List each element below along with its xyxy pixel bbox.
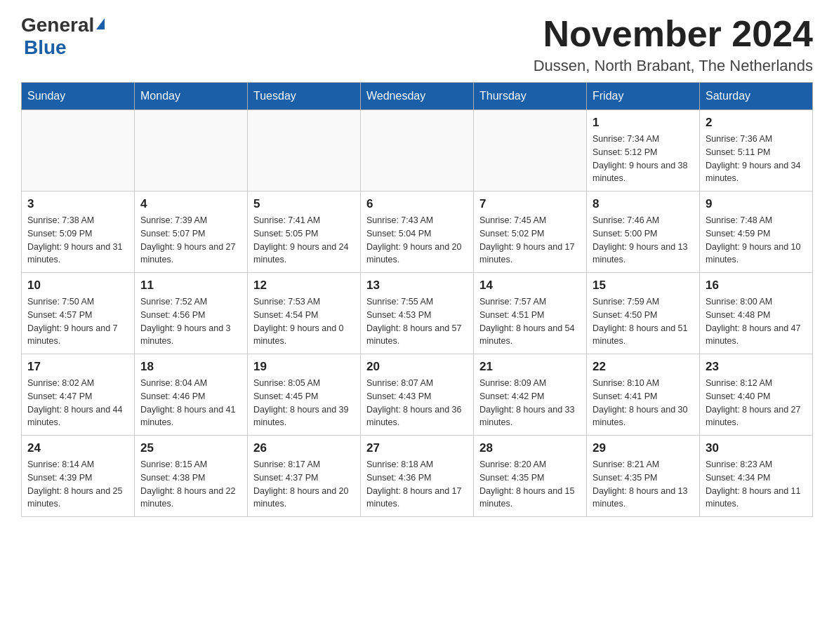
day-info: Sunrise: 7:46 AM Sunset: 5:00 PM Dayligh… bbox=[593, 214, 694, 267]
day-info: Sunrise: 7:41 AM Sunset: 5:05 PM Dayligh… bbox=[253, 214, 355, 267]
calendar-cell: 24Sunrise: 8:14 AM Sunset: 4:39 PM Dayli… bbox=[22, 436, 135, 517]
day-info: Sunrise: 7:48 AM Sunset: 4:59 PM Dayligh… bbox=[706, 214, 807, 267]
day-number: 25 bbox=[140, 441, 241, 455]
calendar-cell: 17Sunrise: 8:02 AM Sunset: 4:47 PM Dayli… bbox=[22, 354, 135, 436]
day-info: Sunrise: 8:15 AM Sunset: 4:38 PM Dayligh… bbox=[140, 458, 241, 511]
day-number: 27 bbox=[366, 441, 468, 455]
weekday-header-sunday: Sunday bbox=[22, 83, 135, 110]
day-info: Sunrise: 8:14 AM Sunset: 4:39 PM Dayligh… bbox=[27, 458, 128, 511]
day-number: 9 bbox=[706, 197, 807, 211]
day-info: Sunrise: 8:23 AM Sunset: 4:34 PM Dayligh… bbox=[706, 458, 807, 511]
calendar-week-row: 24Sunrise: 8:14 AM Sunset: 4:39 PM Dayli… bbox=[22, 436, 813, 517]
calendar-cell: 8Sunrise: 7:46 AM Sunset: 5:00 PM Daylig… bbox=[587, 192, 700, 273]
day-number: 29 bbox=[593, 441, 694, 455]
calendar-cell bbox=[135, 110, 248, 192]
day-info: Sunrise: 7:38 AM Sunset: 5:09 PM Dayligh… bbox=[27, 214, 128, 267]
day-info: Sunrise: 8:07 AM Sunset: 4:43 PM Dayligh… bbox=[366, 377, 468, 429]
day-number: 11 bbox=[140, 279, 241, 293]
day-number: 1 bbox=[593, 116, 694, 130]
calendar-cell bbox=[474, 110, 587, 192]
calendar-cell: 13Sunrise: 7:55 AM Sunset: 4:53 PM Dayli… bbox=[361, 273, 474, 354]
calendar-cell: 9Sunrise: 7:48 AM Sunset: 4:59 PM Daylig… bbox=[700, 192, 813, 273]
calendar-cell: 2Sunrise: 7:36 AM Sunset: 5:11 PM Daylig… bbox=[700, 110, 813, 192]
day-info: Sunrise: 8:17 AM Sunset: 4:37 PM Dayligh… bbox=[253, 458, 355, 511]
calendar-cell: 25Sunrise: 8:15 AM Sunset: 4:38 PM Dayli… bbox=[135, 436, 248, 517]
day-number: 22 bbox=[593, 360, 694, 374]
location-title: Dussen, North Brabant, The Netherlands bbox=[534, 57, 813, 75]
calendar-cell bbox=[361, 110, 474, 192]
calendar-cell: 21Sunrise: 8:09 AM Sunset: 4:42 PM Dayli… bbox=[474, 354, 587, 436]
day-number: 3 bbox=[27, 197, 128, 211]
day-number: 2 bbox=[706, 116, 807, 130]
title-section: November 2024 Dussen, North Brabant, The… bbox=[534, 14, 813, 75]
day-info: Sunrise: 8:18 AM Sunset: 4:36 PM Dayligh… bbox=[366, 458, 468, 511]
day-number: 7 bbox=[479, 197, 581, 211]
day-number: 23 bbox=[706, 360, 807, 374]
day-number: 13 bbox=[366, 279, 468, 293]
calendar-cell: 5Sunrise: 7:41 AM Sunset: 5:05 PM Daylig… bbox=[248, 192, 361, 273]
day-info: Sunrise: 7:39 AM Sunset: 5:07 PM Dayligh… bbox=[140, 214, 241, 267]
calendar-table: SundayMondayTuesdayWednesdayThursdayFrid… bbox=[21, 82, 813, 517]
logo-triangle-icon bbox=[96, 18, 105, 29]
weekday-header-wednesday: Wednesday bbox=[361, 83, 474, 110]
day-info: Sunrise: 7:53 AM Sunset: 4:54 PM Dayligh… bbox=[253, 295, 355, 348]
day-number: 21 bbox=[479, 360, 581, 374]
calendar-week-row: 17Sunrise: 8:02 AM Sunset: 4:47 PM Dayli… bbox=[22, 354, 813, 436]
weekday-header-row: SundayMondayTuesdayWednesdayThursdayFrid… bbox=[22, 83, 813, 110]
weekday-header-friday: Friday bbox=[587, 83, 700, 110]
calendar-cell: 6Sunrise: 7:43 AM Sunset: 5:04 PM Daylig… bbox=[361, 192, 474, 273]
month-title: November 2024 bbox=[534, 14, 813, 54]
weekday-header-saturday: Saturday bbox=[700, 83, 813, 110]
weekday-header-thursday: Thursday bbox=[474, 83, 587, 110]
calendar-cell: 28Sunrise: 8:20 AM Sunset: 4:35 PM Dayli… bbox=[474, 436, 587, 517]
calendar-week-row: 3Sunrise: 7:38 AM Sunset: 5:09 PM Daylig… bbox=[22, 192, 813, 273]
calendar-cell: 4Sunrise: 7:39 AM Sunset: 5:07 PM Daylig… bbox=[135, 192, 248, 273]
logo-general: General bbox=[21, 14, 94, 36]
calendar-week-row: 1Sunrise: 7:34 AM Sunset: 5:12 PM Daylig… bbox=[22, 110, 813, 192]
calendar-cell bbox=[22, 110, 135, 192]
calendar-cell: 10Sunrise: 7:50 AM Sunset: 4:57 PM Dayli… bbox=[22, 273, 135, 354]
calendar-cell: 11Sunrise: 7:52 AM Sunset: 4:56 PM Dayli… bbox=[135, 273, 248, 354]
day-info: Sunrise: 8:02 AM Sunset: 4:47 PM Dayligh… bbox=[27, 377, 128, 429]
calendar-cell: 7Sunrise: 7:45 AM Sunset: 5:02 PM Daylig… bbox=[474, 192, 587, 273]
day-info: Sunrise: 7:34 AM Sunset: 5:12 PM Dayligh… bbox=[593, 133, 694, 185]
day-number: 8 bbox=[593, 197, 694, 211]
weekday-header-monday: Monday bbox=[135, 83, 248, 110]
day-info: Sunrise: 8:00 AM Sunset: 4:48 PM Dayligh… bbox=[706, 295, 807, 348]
day-number: 28 bbox=[479, 441, 581, 455]
day-number: 20 bbox=[366, 360, 468, 374]
calendar-cell: 30Sunrise: 8:23 AM Sunset: 4:34 PM Dayli… bbox=[700, 436, 813, 517]
calendar-cell: 20Sunrise: 8:07 AM Sunset: 4:43 PM Dayli… bbox=[361, 354, 474, 436]
calendar-cell: 26Sunrise: 8:17 AM Sunset: 4:37 PM Dayli… bbox=[248, 436, 361, 517]
day-info: Sunrise: 8:09 AM Sunset: 4:42 PM Dayligh… bbox=[479, 377, 581, 429]
calendar-cell: 22Sunrise: 8:10 AM Sunset: 4:41 PM Dayli… bbox=[587, 354, 700, 436]
day-info: Sunrise: 8:10 AM Sunset: 4:41 PM Dayligh… bbox=[593, 377, 694, 429]
day-number: 14 bbox=[479, 279, 581, 293]
day-number: 12 bbox=[253, 279, 355, 293]
day-info: Sunrise: 7:52 AM Sunset: 4:56 PM Dayligh… bbox=[140, 295, 241, 348]
day-number: 24 bbox=[27, 441, 128, 455]
day-number: 30 bbox=[706, 441, 807, 455]
calendar-cell: 3Sunrise: 7:38 AM Sunset: 5:09 PM Daylig… bbox=[22, 192, 135, 273]
day-info: Sunrise: 8:21 AM Sunset: 4:35 PM Dayligh… bbox=[593, 458, 694, 511]
calendar-cell: 18Sunrise: 8:04 AM Sunset: 4:46 PM Dayli… bbox=[135, 354, 248, 436]
day-info: Sunrise: 7:59 AM Sunset: 4:50 PM Dayligh… bbox=[593, 295, 694, 348]
day-number: 17 bbox=[27, 360, 128, 374]
day-number: 10 bbox=[27, 279, 128, 293]
day-info: Sunrise: 7:55 AM Sunset: 4:53 PM Dayligh… bbox=[366, 295, 468, 348]
page-header: General Blue November 2024 Dussen, North… bbox=[21, 14, 813, 75]
calendar-cell bbox=[248, 110, 361, 192]
day-number: 18 bbox=[140, 360, 241, 374]
day-info: Sunrise: 7:57 AM Sunset: 4:51 PM Dayligh… bbox=[479, 295, 581, 348]
calendar-week-row: 10Sunrise: 7:50 AM Sunset: 4:57 PM Dayli… bbox=[22, 273, 813, 354]
day-number: 26 bbox=[253, 441, 355, 455]
day-number: 5 bbox=[253, 197, 355, 211]
day-info: Sunrise: 7:45 AM Sunset: 5:02 PM Dayligh… bbox=[479, 214, 581, 267]
logo: General Blue bbox=[21, 14, 105, 59]
calendar-cell: 29Sunrise: 8:21 AM Sunset: 4:35 PM Dayli… bbox=[587, 436, 700, 517]
day-number: 19 bbox=[253, 360, 355, 374]
calendar-cell: 14Sunrise: 7:57 AM Sunset: 4:51 PM Dayli… bbox=[474, 273, 587, 354]
day-info: Sunrise: 7:43 AM Sunset: 5:04 PM Dayligh… bbox=[366, 214, 468, 267]
day-number: 6 bbox=[366, 197, 468, 211]
weekday-header-tuesday: Tuesday bbox=[248, 83, 361, 110]
